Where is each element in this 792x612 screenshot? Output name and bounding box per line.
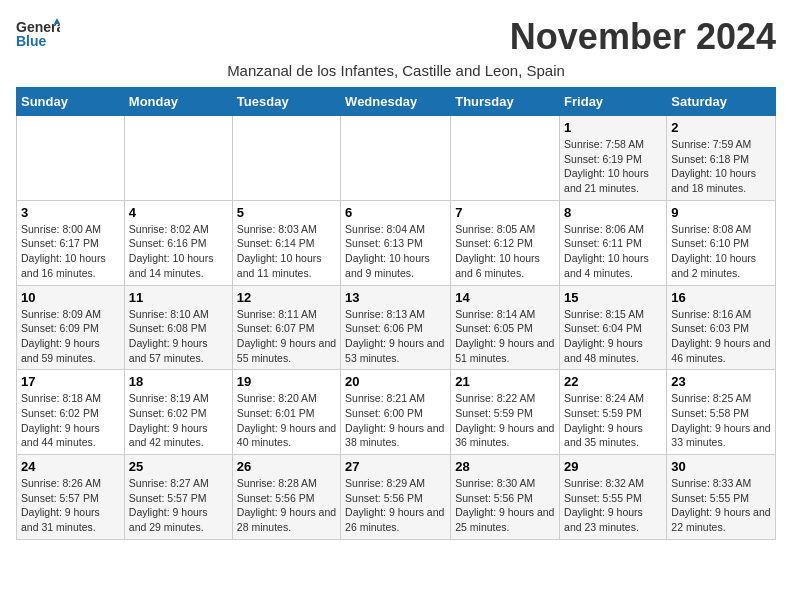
day-number: 6 [345, 205, 446, 220]
day-number: 29 [564, 459, 662, 474]
day-number: 23 [671, 374, 771, 389]
calendar-cell: 2Sunrise: 7:59 AM Sunset: 6:18 PM Daylig… [667, 116, 776, 201]
calendar-cell: 17Sunrise: 8:18 AM Sunset: 6:02 PM Dayli… [17, 370, 125, 455]
calendar-cell: 5Sunrise: 8:03 AM Sunset: 6:14 PM Daylig… [232, 200, 340, 285]
calendar-cell: 21Sunrise: 8:22 AM Sunset: 5:59 PM Dayli… [451, 370, 560, 455]
day-info: Sunrise: 8:32 AM Sunset: 5:55 PM Dayligh… [564, 476, 662, 535]
day-number: 2 [671, 120, 771, 135]
month-title: November 2024 [510, 16, 776, 58]
day-header-monday: Monday [124, 88, 232, 116]
calendar-cell [232, 116, 340, 201]
calendar-cell: 24Sunrise: 8:26 AM Sunset: 5:57 PM Dayli… [17, 455, 125, 540]
calendar-cell: 23Sunrise: 8:25 AM Sunset: 5:58 PM Dayli… [667, 370, 776, 455]
calendar-cell: 22Sunrise: 8:24 AM Sunset: 5:59 PM Dayli… [560, 370, 667, 455]
day-info: Sunrise: 8:27 AM Sunset: 5:57 PM Dayligh… [129, 476, 228, 535]
day-number: 13 [345, 290, 446, 305]
day-number: 30 [671, 459, 771, 474]
calendar-cell: 3Sunrise: 8:00 AM Sunset: 6:17 PM Daylig… [17, 200, 125, 285]
day-header-wednesday: Wednesday [341, 88, 451, 116]
calendar-cell: 7Sunrise: 8:05 AM Sunset: 6:12 PM Daylig… [451, 200, 560, 285]
day-info: Sunrise: 7:59 AM Sunset: 6:18 PM Dayligh… [671, 137, 771, 196]
calendar-cell: 27Sunrise: 8:29 AM Sunset: 5:56 PM Dayli… [341, 455, 451, 540]
day-number: 7 [455, 205, 555, 220]
day-info: Sunrise: 8:09 AM Sunset: 6:09 PM Dayligh… [21, 307, 120, 366]
calendar-cell [451, 116, 560, 201]
day-number: 9 [671, 205, 771, 220]
day-info: Sunrise: 8:14 AM Sunset: 6:05 PM Dayligh… [455, 307, 555, 366]
calendar-cell: 1Sunrise: 7:58 AM Sunset: 6:19 PM Daylig… [560, 116, 667, 201]
day-info: Sunrise: 8:11 AM Sunset: 6:07 PM Dayligh… [237, 307, 336, 366]
calendar-cell: 30Sunrise: 8:33 AM Sunset: 5:55 PM Dayli… [667, 455, 776, 540]
calendar-cell [341, 116, 451, 201]
calendar-cell: 29Sunrise: 8:32 AM Sunset: 5:55 PM Dayli… [560, 455, 667, 540]
day-info: Sunrise: 8:29 AM Sunset: 5:56 PM Dayligh… [345, 476, 446, 535]
day-info: Sunrise: 8:26 AM Sunset: 5:57 PM Dayligh… [21, 476, 120, 535]
day-info: Sunrise: 8:22 AM Sunset: 5:59 PM Dayligh… [455, 391, 555, 450]
day-info: Sunrise: 8:30 AM Sunset: 5:56 PM Dayligh… [455, 476, 555, 535]
day-number: 1 [564, 120, 662, 135]
day-number: 21 [455, 374, 555, 389]
day-info: Sunrise: 8:03 AM Sunset: 6:14 PM Dayligh… [237, 222, 336, 281]
calendar-cell: 4Sunrise: 8:02 AM Sunset: 6:16 PM Daylig… [124, 200, 232, 285]
day-info: Sunrise: 8:04 AM Sunset: 6:13 PM Dayligh… [345, 222, 446, 281]
calendar-cell: 6Sunrise: 8:04 AM Sunset: 6:13 PM Daylig… [341, 200, 451, 285]
calendar-cell: 20Sunrise: 8:21 AM Sunset: 6:00 PM Dayli… [341, 370, 451, 455]
day-header-sunday: Sunday [17, 88, 125, 116]
day-info: Sunrise: 8:16 AM Sunset: 6:03 PM Dayligh… [671, 307, 771, 366]
calendar-cell: 11Sunrise: 8:10 AM Sunset: 6:08 PM Dayli… [124, 285, 232, 370]
calendar-cell: 18Sunrise: 8:19 AM Sunset: 6:02 PM Dayli… [124, 370, 232, 455]
day-number: 26 [237, 459, 336, 474]
day-number: 8 [564, 205, 662, 220]
day-number: 18 [129, 374, 228, 389]
day-number: 3 [21, 205, 120, 220]
day-number: 22 [564, 374, 662, 389]
calendar-cell: 15Sunrise: 8:15 AM Sunset: 6:04 PM Dayli… [560, 285, 667, 370]
logo: General Blue [16, 16, 60, 52]
day-number: 20 [345, 374, 446, 389]
day-info: Sunrise: 8:06 AM Sunset: 6:11 PM Dayligh… [564, 222, 662, 281]
svg-text:Blue: Blue [16, 33, 47, 49]
day-number: 24 [21, 459, 120, 474]
day-info: Sunrise: 8:19 AM Sunset: 6:02 PM Dayligh… [129, 391, 228, 450]
day-info: Sunrise: 8:05 AM Sunset: 6:12 PM Dayligh… [455, 222, 555, 281]
day-header-saturday: Saturday [667, 88, 776, 116]
day-info: Sunrise: 8:08 AM Sunset: 6:10 PM Dayligh… [671, 222, 771, 281]
calendar-cell [124, 116, 232, 201]
day-number: 12 [237, 290, 336, 305]
day-info: Sunrise: 8:18 AM Sunset: 6:02 PM Dayligh… [21, 391, 120, 450]
day-number: 28 [455, 459, 555, 474]
day-info: Sunrise: 8:21 AM Sunset: 6:00 PM Dayligh… [345, 391, 446, 450]
day-info: Sunrise: 8:25 AM Sunset: 5:58 PM Dayligh… [671, 391, 771, 450]
calendar-cell [17, 116, 125, 201]
calendar-cell: 9Sunrise: 8:08 AM Sunset: 6:10 PM Daylig… [667, 200, 776, 285]
day-info: Sunrise: 8:20 AM Sunset: 6:01 PM Dayligh… [237, 391, 336, 450]
calendar-cell: 12Sunrise: 8:11 AM Sunset: 6:07 PM Dayli… [232, 285, 340, 370]
day-number: 5 [237, 205, 336, 220]
day-info: Sunrise: 8:13 AM Sunset: 6:06 PM Dayligh… [345, 307, 446, 366]
day-number: 27 [345, 459, 446, 474]
day-info: Sunrise: 8:10 AM Sunset: 6:08 PM Dayligh… [129, 307, 228, 366]
day-header-thursday: Thursday [451, 88, 560, 116]
day-info: Sunrise: 8:15 AM Sunset: 6:04 PM Dayligh… [564, 307, 662, 366]
day-header-tuesday: Tuesday [232, 88, 340, 116]
day-number: 14 [455, 290, 555, 305]
subtitle: Manzanal de los Infantes, Castille and L… [16, 62, 776, 79]
day-number: 15 [564, 290, 662, 305]
day-header-friday: Friday [560, 88, 667, 116]
calendar-cell: 25Sunrise: 8:27 AM Sunset: 5:57 PM Dayli… [124, 455, 232, 540]
calendar-table: SundayMondayTuesdayWednesdayThursdayFrid… [16, 87, 776, 540]
day-info: Sunrise: 8:00 AM Sunset: 6:17 PM Dayligh… [21, 222, 120, 281]
day-number: 4 [129, 205, 228, 220]
calendar-cell: 14Sunrise: 8:14 AM Sunset: 6:05 PM Dayli… [451, 285, 560, 370]
calendar-cell: 26Sunrise: 8:28 AM Sunset: 5:56 PM Dayli… [232, 455, 340, 540]
day-number: 10 [21, 290, 120, 305]
day-number: 17 [21, 374, 120, 389]
logo-icon: General Blue [16, 16, 60, 52]
day-number: 11 [129, 290, 228, 305]
calendar-cell: 10Sunrise: 8:09 AM Sunset: 6:09 PM Dayli… [17, 285, 125, 370]
calendar-cell: 8Sunrise: 8:06 AM Sunset: 6:11 PM Daylig… [560, 200, 667, 285]
day-number: 25 [129, 459, 228, 474]
calendar-cell: 28Sunrise: 8:30 AM Sunset: 5:56 PM Dayli… [451, 455, 560, 540]
calendar-cell: 16Sunrise: 8:16 AM Sunset: 6:03 PM Dayli… [667, 285, 776, 370]
day-info: Sunrise: 8:33 AM Sunset: 5:55 PM Dayligh… [671, 476, 771, 535]
